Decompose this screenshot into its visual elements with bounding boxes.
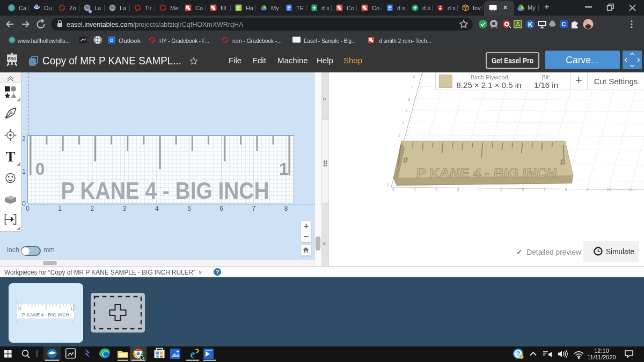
svg-text:2: 2 [435, 187, 437, 192]
svg-text:8: 8 [284, 205, 288, 212]
svg-text:5: 5 [187, 205, 191, 212]
svg-text:Co: Co [347, 5, 354, 11]
svg-text:Me: Me [170, 5, 178, 11]
svg-text:1: 1 [58, 205, 62, 212]
svg-text:Edit: Edit [252, 56, 267, 65]
svg-text:4: 4 [155, 205, 159, 212]
svg-text:Co: Co [372, 5, 379, 11]
svg-text:d s: d s [321, 5, 330, 11]
svg-text:Ca: Ca [19, 5, 27, 11]
svg-text:TE: TE [296, 5, 304, 11]
svg-text:d smith 2 rem- Tech...: d smith 2 rem- Tech... [379, 38, 431, 44]
svg-text:PRO: PRO [8, 56, 16, 61]
svg-text:0: 0 [387, 182, 389, 187]
svg-text:O: O [109, 38, 113, 43]
svg-text:7: 7 [543, 187, 545, 192]
svg-text:9: 9 [587, 187, 589, 192]
svg-text:2: 2 [22, 135, 26, 143]
svg-text:11: 11 [628, 187, 633, 192]
svg-text:P KANE 4 - BIG INCH: P KANE 4 - BIG INCH [415, 166, 558, 180]
svg-text:d s: d s [448, 5, 456, 11]
svg-text:P KANE 4 - BIG INCH: P KANE 4 - BIG INCH [61, 178, 269, 204]
svg-text:Inv: Inv [473, 5, 481, 11]
svg-text:Get Easel Pro: Get Easel Pro [492, 56, 533, 65]
svg-text:Tir: Tir [145, 5, 152, 11]
svg-text:Copy of MR P KANE SAMPL...: Copy of MR P KANE SAMPL... [42, 54, 181, 67]
svg-text:C: C [561, 21, 566, 27]
svg-text:Easel - Sample - Big...: Easel - Sample - Big... [304, 38, 356, 44]
svg-text:4: 4 [479, 187, 481, 192]
svg-text:Outlook: Outlook [119, 38, 141, 44]
svg-text:7: 7 [252, 205, 256, 212]
svg-text:2: 2 [91, 205, 94, 212]
svg-text:12:10: 12:10 [594, 348, 609, 354]
svg-text:Zo: Zo [69, 5, 76, 11]
svg-text:rem - Gradebook -...: rem - Gradebook -... [232, 38, 282, 44]
svg-text:3: 3 [457, 187, 459, 192]
svg-text:Shop: Shop [343, 56, 362, 65]
svg-text:0: 0 [26, 205, 30, 212]
svg-text:T: T [5, 149, 15, 165]
svg-text:Ha: Ha [246, 5, 254, 11]
svg-text:www.halfhollowhills...: www.halfhollowhills... [17, 38, 70, 44]
svg-text:0: 0 [35, 160, 45, 179]
svg-text:1: 1 [414, 187, 416, 192]
svg-text:3: 3 [398, 133, 400, 138]
svg-text:Carve...: Carve... [566, 55, 598, 65]
svg-text:File: File [229, 56, 241, 65]
svg-text:4: 4 [402, 120, 404, 125]
svg-text:6: 6 [522, 187, 524, 192]
svg-text:8: 8 [413, 75, 415, 79]
svg-text:3: 3 [123, 205, 127, 212]
svg-text:La: La [120, 5, 127, 11]
svg-text:flll: flll [221, 5, 226, 11]
svg-text:7: 7 [411, 85, 413, 90]
svg-text:Co: Co [195, 5, 203, 11]
svg-text:5: 5 [405, 108, 407, 113]
svg-text:0: 0 [392, 187, 394, 192]
svg-text:d s: d s [422, 5, 430, 11]
svg-text:0: 0 [22, 200, 26, 208]
svg-text:5: 5 [500, 187, 502, 192]
svg-text:1: 1 [279, 160, 288, 179]
svg-text:Machine: Machine [277, 56, 308, 65]
svg-text:Help: Help [317, 56, 333, 65]
svg-text:Ou: Ou [44, 5, 52, 11]
svg-text:10: 10 [607, 187, 611, 192]
svg-text:6: 6 [219, 205, 223, 212]
svg-text:K: K [528, 21, 533, 28]
svg-text:1: 1 [22, 168, 26, 175]
svg-text:My: My [271, 5, 279, 11]
svg-text:11/11/2020: 11/11/2020 [587, 354, 616, 360]
svg-text:8: 8 [565, 187, 567, 192]
svg-text:d s: d s [397, 5, 405, 11]
svg-text:HY - Gradebook - F...: HY - Gradebook - F... [159, 38, 209, 44]
svg-text:easel.inventables.com/projects: easel.inventables.com/projects/abfziqlrC… [67, 21, 244, 28]
svg-text:e: e [191, 348, 195, 360]
svg-text:6: 6 [408, 97, 410, 102]
svg-text:La: La [94, 5, 101, 11]
